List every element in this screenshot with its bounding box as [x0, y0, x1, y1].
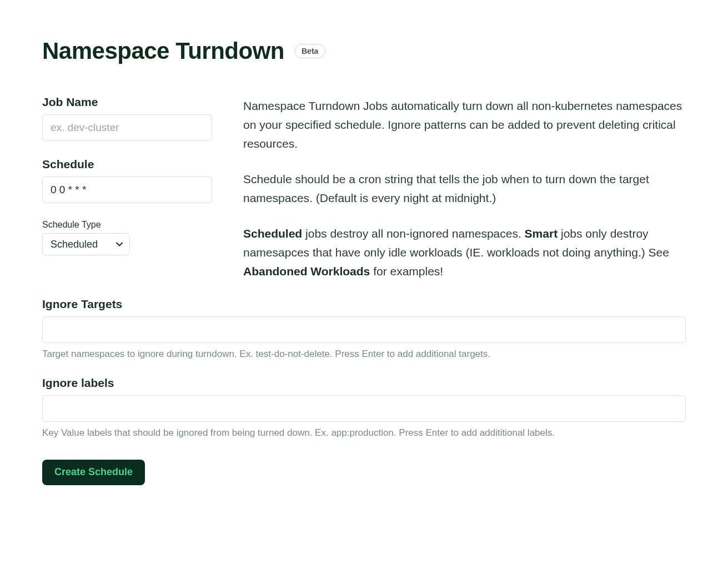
- schedule-input[interactable]: [42, 177, 212, 203]
- ignore-labels-input[interactable]: [42, 395, 686, 422]
- ignore-targets-field: Ignore Targets Target namespaces to igno…: [42, 298, 686, 361]
- schedule-field: Schedule: [42, 158, 212, 203]
- ignore-labels-field: Ignore labels Key Value labels that shou…: [42, 376, 686, 440]
- desc-bold-smart: Smart: [525, 227, 558, 240]
- job-name-field: Job Name: [42, 95, 212, 141]
- ignore-labels-hint: Key Value labels that should be ignored …: [42, 426, 686, 440]
- desc-bold-scheduled: Scheduled: [243, 227, 302, 240]
- description-paragraph-3: Scheduled jobs destroy all non-ignored n…: [243, 224, 686, 281]
- desc-text-3: for examples!: [370, 265, 443, 278]
- create-schedule-button[interactable]: Create Schedule: [42, 460, 145, 485]
- ignore-targets-hint: Target namespaces to ignore during turnd…: [42, 348, 686, 361]
- description-paragraph-2: Schedule should be a cron string that te…: [243, 170, 686, 208]
- desc-text-1: jobs destroy all non-ignored namespaces.: [302, 227, 524, 240]
- page-container: Namespace Turndown Beta Job Name Schedul…: [0, 0, 728, 530]
- left-column: Job Name Schedule Schedule Type Schedule…: [42, 95, 212, 281]
- schedule-type-field: Schedule Type Scheduled Smart: [42, 220, 212, 255]
- desc-bold-abandoned: Abandoned Workloads: [243, 265, 370, 278]
- page-title: Namespace Turndown: [42, 38, 284, 64]
- job-name-input[interactable]: [42, 114, 212, 141]
- top-columns: Job Name Schedule Schedule Type Schedule…: [42, 95, 686, 281]
- title-row: Namespace Turndown Beta: [42, 38, 686, 64]
- ignore-labels-label: Ignore labels: [42, 376, 686, 390]
- schedule-label: Schedule: [42, 158, 212, 171]
- description-column: Namespace Turndown Jobs automatically tu…: [243, 95, 686, 281]
- schedule-type-label: Schedule Type: [42, 220, 212, 230]
- ignore-targets-input[interactable]: [42, 316, 686, 343]
- job-name-label: Job Name: [42, 95, 212, 109]
- beta-badge: Beta: [294, 44, 325, 58]
- description-paragraph-1: Namespace Turndown Jobs automatically tu…: [243, 97, 686, 153]
- ignore-targets-label: Ignore Targets: [42, 298, 686, 311]
- schedule-type-select[interactable]: Scheduled Smart: [42, 233, 130, 255]
